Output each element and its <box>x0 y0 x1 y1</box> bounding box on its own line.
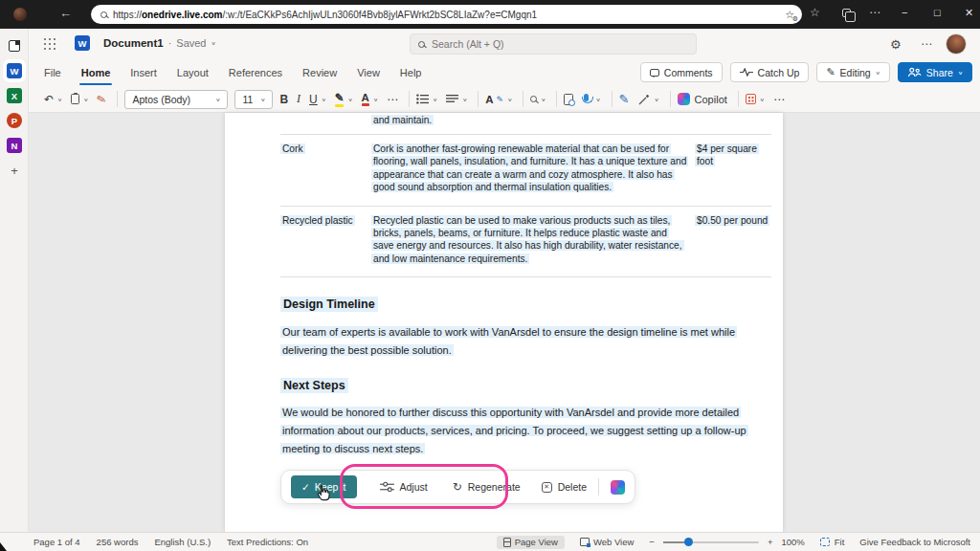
document-page[interactable]: and maintain. Cork Cork is another fast-… <box>225 113 783 532</box>
divider <box>556 91 557 107</box>
feedback-link[interactable]: Give Feedback to Microsoft <box>859 537 970 547</box>
search-input[interactable] <box>432 38 688 50</box>
onedrive-app-icon[interactable] <box>7 38 22 54</box>
toolbar-more-button[interactable]: ⋯ <box>773 93 785 106</box>
word-app-icon[interactable]: W <box>7 63 22 78</box>
address-bar[interactable]: https://onedrive.live.com/:w:/t/EaCKkPs6… <box>91 5 802 24</box>
find-replace-button[interactable] <box>564 94 573 105</box>
tab-references[interactable]: References <box>229 67 282 78</box>
format-painter-button[interactable]: ✎ <box>97 93 106 106</box>
tab-layout[interactable]: Layout <box>177 67 209 78</box>
powerpoint-app-icon[interactable]: P <box>7 113 22 128</box>
browser-menu-icon[interactable]: ⋯ <box>869 6 880 19</box>
divider <box>598 478 599 496</box>
search-icon <box>530 96 537 102</box>
section-paragraph[interactable]: We would be honored to further discuss t… <box>280 404 771 458</box>
maximize-button[interactable]: □ <box>934 7 941 18</box>
tab-review[interactable]: Review <box>302 67 337 78</box>
editor-pen-icon: ✎ <box>619 92 630 106</box>
chevron-down-icon: ∨ <box>876 70 880 76</box>
table-row[interactable]: Cork Cork is another fast-growing renewa… <box>280 135 771 207</box>
word-count[interactable]: 256 words <box>97 537 139 547</box>
fit-button[interactable]: Fit <box>813 536 852 549</box>
table-row[interactable]: Recycled plastic Recycled plastic can be… <box>280 207 771 278</box>
excel-app-icon[interactable]: X <box>7 88 22 103</box>
editing-mode-button[interactable]: ✎Editing∨ <box>816 62 889 82</box>
copilot-button[interactable]: Copilot <box>678 93 727 105</box>
onenote-app-icon[interactable]: N <box>7 138 22 153</box>
price-cell: $0.50 per pound <box>695 215 769 226</box>
header-more-icon[interactable]: ⋯ <box>921 37 932 51</box>
corner-artifact <box>0 542 7 551</box>
page-view-button[interactable]: Page View <box>497 536 565 549</box>
find-button[interactable]: ∨ <box>530 96 546 103</box>
document-canvas: and maintain. Cork Cork is another fast-… <box>29 113 980 532</box>
page-count[interactable]: Page 1 of 4 <box>33 537 80 547</box>
styles-button[interactable]: A✎∨ <box>485 94 512 105</box>
word-logo-icon[interactable]: W <box>75 35 90 51</box>
regenerate-button[interactable]: ↻Regenerate <box>453 480 521 494</box>
add-ins-button[interactable]: ∨ <box>746 94 765 104</box>
catch-up-button[interactable]: Catch Up <box>730 62 810 82</box>
save-status[interactable]: Saved <box>176 37 206 49</box>
tab-insert[interactable]: Insert <box>130 67 157 78</box>
settings-gear-icon[interactable]: ⚙ <box>890 37 902 52</box>
share-button[interactable]: Share∨ <box>898 62 972 82</box>
zoom-in-button[interactable]: + <box>768 537 773 547</box>
table-row-partial[interactable]: and maintain. <box>280 113 771 135</box>
font-color-button[interactable]: A∨ <box>362 92 378 106</box>
font-size-select[interactable]: 11∨ <box>234 90 273 109</box>
language-indicator[interactable]: English (U.S.) <box>154 537 211 547</box>
font-name-select[interactable]: Aptos (Body)∨ <box>124 90 228 109</box>
paste-button[interactable]: ∨ <box>71 94 88 104</box>
bullet-list-icon <box>416 94 429 104</box>
document-title[interactable]: Document1 <box>103 37 164 49</box>
copilot-icon[interactable] <box>611 480 625 495</box>
underline-button[interactable]: U∨ <box>309 93 326 106</box>
section-paragraph[interactable]: Our team of experts is available to work… <box>280 323 771 360</box>
pulse-icon <box>740 68 753 77</box>
search-icon <box>100 11 107 18</box>
bold-button[interactable]: B <box>279 93 288 106</box>
user-avatar[interactable] <box>946 33 967 55</box>
undo-button[interactable]: ↶∨ <box>44 93 62 106</box>
text-predictions-indicator[interactable]: Text Predictions: On <box>227 537 308 547</box>
italic-button[interactable]: I <box>297 92 301 106</box>
dictate-button[interactable]: ∨ <box>582 94 600 104</box>
add-app-button[interactable]: + <box>7 163 22 178</box>
bullets-button[interactable]: ∨ <box>416 94 437 104</box>
editor-button[interactable]: ✎ <box>619 92 630 106</box>
close-button[interactable]: ✕ <box>965 7 973 19</box>
line-spacing-button[interactable]: ∨ <box>446 94 467 104</box>
favorites-icon[interactable]: ☆ <box>810 6 820 19</box>
url-text: https://onedrive.live.com/:w:/t/EaCKkPs6… <box>113 10 537 20</box>
adjust-button[interactable]: Adjust <box>380 481 428 493</box>
search-box[interactable] <box>410 33 697 55</box>
zoom-out-button[interactable]: − <box>649 537 655 547</box>
zoom-level[interactable]: 100% <box>781 537 804 547</box>
zoom-slider[interactable] <box>663 541 759 543</box>
delete-button[interactable]: ✕Delete <box>542 481 587 493</box>
status-bar: Page 1 of 4 256 words English (U.S.) Tex… <box>0 532 980 551</box>
minimize-button[interactable]: − <box>902 7 907 18</box>
tab-file[interactable]: File <box>44 67 61 78</box>
collections-icon[interactable] <box>842 9 851 17</box>
description-cell: Cork is another fast-growing renewable m… <box>371 143 688 192</box>
designer-button[interactable]: ∨ <box>637 94 658 105</box>
tab-view[interactable]: View <box>357 67 380 78</box>
more-formatting-button[interactable]: ⋯ <box>387 93 398 106</box>
zoom-slider-thumb[interactable] <box>684 538 693 546</box>
description-cell: Recycled plastic can be used to make var… <box>371 215 684 264</box>
highlight-color-button[interactable]: ✎∨ <box>335 91 353 107</box>
tab-home[interactable]: Home <box>81 67 111 78</box>
favorite-page-icon[interactable]: ☆⚙ <box>785 9 794 21</box>
web-view-button[interactable]: Web View <box>573 536 640 549</box>
app-launcher-icon[interactable] <box>44 38 56 51</box>
comments-button[interactable]: Comments <box>640 62 723 82</box>
tab-help[interactable]: Help <box>400 67 422 78</box>
divider <box>670 91 671 107</box>
back-icon[interactable]: ← <box>59 6 72 20</box>
chevron-down-icon: ∨ <box>958 70 963 76</box>
browser-profile-avatar[interactable] <box>13 8 27 21</box>
sliders-icon <box>380 481 394 493</box>
